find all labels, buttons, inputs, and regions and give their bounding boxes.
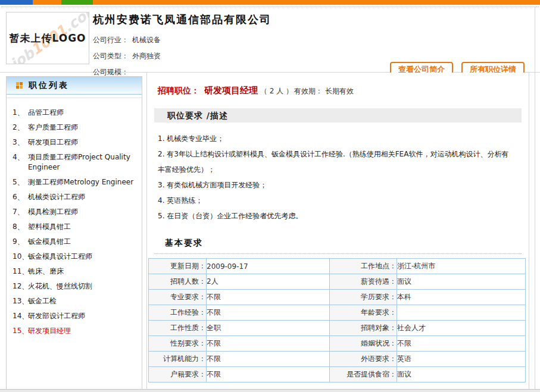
req-value: 浙江-杭州市 xyxy=(397,259,526,274)
job-item-number: 10、 xyxy=(11,252,28,262)
grid-squares-icon xyxy=(16,82,23,89)
top-color-bar xyxy=(0,0,540,5)
sidebar-item-job[interactable]: 10、钣金模具设计工程师 xyxy=(11,249,138,264)
validity-value: 长期有效 xyxy=(325,87,354,95)
req-value: 面议 xyxy=(397,367,526,382)
job-item-number: 9、 xyxy=(11,237,28,247)
job-item-number: 13、 xyxy=(11,296,28,306)
req-label: 招聘人数： xyxy=(149,274,207,290)
req-value: 全职 xyxy=(207,321,330,336)
description-lines: 1. 机械类专业毕业；2. 有3年以上结构设计或塑料模具、钣金模具设计工作经验.… xyxy=(158,131,516,224)
sidebar-item-job[interactable]: 12、火花机、慢丝线切割 xyxy=(11,279,138,294)
req-label: 年龄要求： xyxy=(330,305,397,321)
company-logo-placeholder: job1001.com 暂未上传LOGO xyxy=(6,12,89,64)
req-value: 不限 xyxy=(207,305,330,321)
sidebar-item-job[interactable]: 9、钣金模具钳工 xyxy=(11,234,138,249)
sidebar-item-job[interactable]: 6、机械类设计工程师 xyxy=(11,190,138,205)
req-label: 工作经验： xyxy=(149,305,207,321)
job-item-number: 8、 xyxy=(11,222,28,232)
sidebar-item-job[interactable]: 1、品管工程师 xyxy=(11,105,138,120)
job-item-number: 2、 xyxy=(11,123,28,133)
sidebar-item-job[interactable]: 14、研发部设计工程师 xyxy=(11,309,138,324)
job-item-label: 研发项目经理 xyxy=(28,326,138,336)
job-detail-panel: 招聘职位：研发项目经理（ 2 人 ）有效期：长期有效 职位要求 /描述 1. 机… xyxy=(146,73,529,392)
job-item-label: 客户质量工程师 xyxy=(28,123,138,133)
req-label: 性别要求： xyxy=(149,336,207,352)
job-item-number: 6、 xyxy=(11,192,28,202)
sidebar-item-job[interactable]: 2、客户质量工程师 xyxy=(11,120,138,135)
job-item-label: 模具检测工程师 xyxy=(28,207,138,217)
job-list-title: 职位列表 xyxy=(29,80,69,91)
req-value xyxy=(397,305,526,321)
req-label: 学历要求： xyxy=(330,290,397,305)
table-row: 户籍要求：不限是否提供食宿：面议 xyxy=(149,367,526,382)
requirements-table: 更新日期：2009-09-17工作地点：浙江-杭州市招聘人数：2人薪资待遇：面议… xyxy=(148,258,526,382)
top-bar-segment-blue xyxy=(0,0,33,5)
req-label: 婚姻状况： xyxy=(330,336,397,352)
job-item-label: 钣金模具钳工 xyxy=(28,237,138,247)
req-label: 户籍要求： xyxy=(149,367,207,382)
job-list: 1、品管工程师2、客户质量工程师3、研发项目工程师4、项目质量工程师Projec… xyxy=(7,98,142,338)
table-row: 计算机能力：不限外语要求：英语 xyxy=(149,352,526,367)
job-title: 研发项目经理 xyxy=(204,85,258,96)
company-field-row: 公司行业：机械设备 xyxy=(93,32,161,48)
job-item-label: 钣金工检 xyxy=(28,296,138,306)
req-value: 2人 xyxy=(207,274,330,290)
job-header: 招聘职位：研发项目经理（ 2 人 ）有效期：长期有效 xyxy=(158,85,529,96)
req-value: 不限 xyxy=(207,336,330,352)
job-item-label: 塑料模具钳工 xyxy=(28,222,138,232)
sidebar-item-job[interactable]: 4、项目质量工程师Project Quality Engineer xyxy=(11,150,138,175)
table-row: 专业要求：不限学历要求：本科 xyxy=(149,290,526,305)
req-value: 不限 xyxy=(207,367,330,382)
description-line: 5. 在日资（台资）企业工作经验者优先考虑。 xyxy=(158,208,516,224)
company-field-value: 外商独资 xyxy=(132,52,161,60)
top-bar-segment-orange xyxy=(33,0,61,5)
page: job1001.com 暂未上传LOGO 杭州安费诺飞凤通信部品有限公司 公司行… xyxy=(0,0,540,392)
requirements-table-body: 更新日期：2009-09-17工作地点：浙江-杭州市招聘人数：2人薪资待遇：面议… xyxy=(149,259,526,382)
req-label: 计算机能力： xyxy=(149,352,207,367)
sidebar-item-job[interactable]: 11、铣床、磨床 xyxy=(11,264,138,279)
job-headcount: （ 2 人 ） xyxy=(260,87,293,95)
company-header: job1001.com 暂未上传LOGO 杭州安费诺飞凤通信部品有限公司 公司行… xyxy=(0,7,540,72)
description-line: 4. 英语熟练； xyxy=(158,193,516,208)
job-item-number: 1、 xyxy=(11,108,28,118)
req-label: 工作地点： xyxy=(330,259,397,274)
job-item-number: 11、 xyxy=(11,266,28,277)
company-field-label: 公司类型： xyxy=(93,52,129,60)
description-line: 3. 有类似机械方面项目开发经验； xyxy=(158,177,516,193)
req-label: 专业要求： xyxy=(149,290,207,305)
table-row: 性别要求：不限婚姻状况：不限 xyxy=(149,336,526,352)
req-label: 外语要求： xyxy=(330,352,397,367)
job-item-number: 7、 xyxy=(11,207,28,217)
req-value: 2009-09-17 xyxy=(207,259,330,274)
job-list-header: 职位列表 xyxy=(7,77,142,95)
sidebar-item-job[interactable]: 5、测量工程师Metrology Engineer xyxy=(11,175,138,190)
job-item-number: 3、 xyxy=(11,137,28,148)
top-bar-segment-green xyxy=(61,0,93,5)
company-name: 杭州安费诺飞凤通信部品有限公司 xyxy=(93,12,271,27)
sidebar-item-job[interactable]: 15、研发项目经理 xyxy=(11,324,138,338)
req-label: 是否提供食宿： xyxy=(330,367,397,382)
description-line: 1. 机械类专业毕业； xyxy=(158,131,516,146)
job-header-label: 招聘职位： xyxy=(158,86,199,95)
table-row: 工作性质：全职招聘对象：社会人才 xyxy=(149,321,526,336)
job-item-label: 品管工程师 xyxy=(28,108,138,118)
description-section-title: 职位要求 /描述 xyxy=(154,108,522,123)
company-field-row: 公司类型：外商独资 xyxy=(93,48,161,64)
requirements-section-title: 基本要求 xyxy=(154,234,522,254)
logo-placeholder-text: 暂未上传LOGO xyxy=(7,32,89,45)
sidebar-item-job[interactable]: 7、模具检测工程师 xyxy=(11,205,138,219)
req-value: 不限 xyxy=(207,352,330,367)
job-item-label: 项目质量工程师Project Quality Engineer xyxy=(28,152,138,173)
sidebar-item-job[interactable]: 3、研发项目工程师 xyxy=(11,135,138,150)
req-value: 英语 xyxy=(397,352,526,367)
job-item-number: 5、 xyxy=(11,177,28,187)
req-value: 社会人才 xyxy=(397,321,526,336)
req-value: 面议 xyxy=(397,274,526,290)
company-field-label: 公司行业： xyxy=(93,36,129,44)
sidebar-item-job[interactable]: 8、塑料模具钳工 xyxy=(11,219,138,234)
job-list-sidebar: 职位列表 1、品管工程师2、客户质量工程师3、研发项目工程师4、项目质量工程师P… xyxy=(6,76,142,392)
bottom-window-edge xyxy=(0,389,540,392)
sidebar-item-job[interactable]: 13、钣金工检 xyxy=(11,294,138,309)
job-item-label: 铣床、磨床 xyxy=(28,266,138,277)
